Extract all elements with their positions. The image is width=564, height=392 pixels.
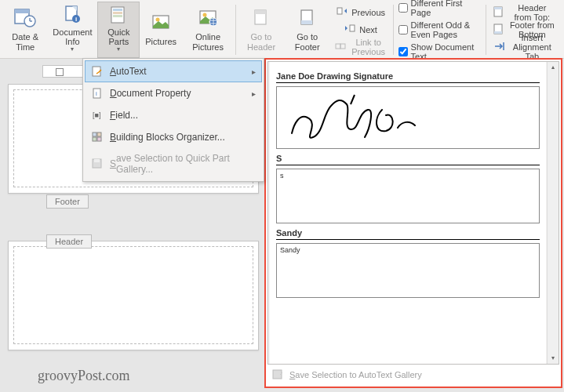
- autotext-entry-s[interactable]: s: [276, 169, 540, 223]
- link-previous-button[interactable]: Link to Previous: [329, 38, 391, 56]
- footer-bottom-icon: [493, 24, 506, 36]
- svg-point-13: [156, 18, 160, 22]
- diff-odd-even-checkbox[interactable]: Different Odd & Even Pages: [395, 19, 484, 41]
- svg-rect-24: [350, 25, 355, 31]
- svg-rect-37: [97, 132, 101, 136]
- autotext-icon: [91, 65, 104, 78]
- svg-rect-36: [93, 132, 96, 136]
- document-info-label: Document Info: [53, 27, 92, 46]
- entry-title: Jane Doe Drawing Signature: [276, 71, 540, 81]
- online-pictures-icon: [195, 5, 220, 31]
- quick-parts-button[interactable]: Quick Parts ▾: [97, 2, 140, 58]
- svg-rect-23: [337, 8, 342, 14]
- pictures-label: Pictures: [145, 37, 176, 46]
- goto-header-label: Go to Header: [243, 32, 279, 51]
- autotext-rest: utoText: [116, 66, 147, 77]
- goto-footer-icon: [295, 5, 320, 31]
- svg-rect-26: [340, 44, 345, 49]
- link-icon: [335, 41, 347, 53]
- goto-header-icon: [249, 5, 274, 31]
- entry-title: S: [276, 154, 540, 163]
- svg-rect-39: [97, 137, 101, 141]
- svg-rect-41: [94, 159, 100, 162]
- svg-rect-10: [113, 12, 122, 14]
- chevron-down-icon: ▾: [117, 46, 120, 53]
- building-blocks-rest: uilding Blocks Organizer...: [116, 132, 225, 143]
- svg-rect-25: [336, 44, 340, 49]
- menu-save-selection: Save Selection to Quick Part Gallery...: [85, 148, 262, 180]
- online-pictures-button[interactable]: Online Pictures: [182, 2, 234, 58]
- header-from-top-button[interactable]: Header from Top:: [488, 4, 561, 21]
- chevron-right-icon: ▸: [252, 67, 256, 76]
- previous-button[interactable]: Previous: [329, 4, 391, 21]
- svg-text:[■]: [■]: [93, 111, 100, 119]
- date-time-button[interactable]: Date & Time: [3, 2, 47, 58]
- svg-rect-22: [301, 20, 312, 24]
- document-info-button[interactable]: i Document Info ▾: [47, 2, 97, 58]
- chevron-right-icon: ▸: [252, 89, 256, 98]
- goto-footer-button[interactable]: Go to Footer: [285, 2, 329, 58]
- doc-property-underline: D: [110, 88, 117, 99]
- ribbon-toolbar: Date & Time i Document Info ▾ Quick Part…: [0, 0, 564, 59]
- next-icon: [344, 24, 356, 36]
- picture-icon: [148, 10, 173, 35]
- field-icon: [■]: [91, 109, 104, 122]
- autotext-entry-signature[interactable]: [276, 86, 540, 149]
- header-from-top-label: Header from Top:: [509, 3, 555, 22]
- building-blocks-icon: [91, 131, 104, 143]
- link-previous-label: Link to Previous: [351, 38, 386, 56]
- next-button[interactable]: Next: [329, 21, 391, 38]
- autotext-flyout: Jane Doe Drawing Signature S s Sandy San…: [264, 58, 562, 388]
- chevron-down-icon: ▾: [71, 46, 74, 53]
- footer-label-tab: Footer: [46, 194, 89, 209]
- insert-align-tab-button[interactable]: Insert Alignment Tab: [488, 38, 561, 56]
- online-pictures-label: Online Pictures: [187, 32, 228, 51]
- insert-align-tab-label: Insert Alignment Tab: [509, 33, 555, 61]
- svg-rect-1: [15, 9, 29, 13]
- menu-document-property[interactable]: i Document Property ▸: [85, 82, 262, 104]
- header-top-icon: [493, 6, 506, 19]
- save-selection-rest: ave Selection to Quick Part Gallery...: [116, 153, 256, 175]
- watermark-text: groovyPost.com: [38, 368, 130, 384]
- svg-rect-28: [494, 7, 502, 9]
- previous-label: Previous: [351, 8, 385, 17]
- menu-autotext[interactable]: AutoText ▸: [85, 60, 262, 82]
- pictures-button[interactable]: Pictures: [140, 2, 182, 58]
- quick-parts-label: Quick Parts: [103, 27, 134, 46]
- svg-text:i: i: [96, 90, 97, 97]
- date-time-label: Date & Time: [9, 32, 42, 51]
- menu-field[interactable]: [■] Field...: [85, 104, 262, 126]
- doc-property-rest: ocument Property: [117, 88, 191, 99]
- svg-rect-11: [113, 15, 122, 17]
- quick-parts-icon: [106, 4, 131, 26]
- document-info-icon: i: [60, 4, 85, 26]
- scroll-down-icon[interactable]: ▾: [548, 353, 559, 364]
- previous-icon: [336, 6, 348, 19]
- signature-drawing-icon: [280, 90, 437, 145]
- page-header-section: Header: [8, 241, 259, 350]
- align-tab-icon: [493, 41, 506, 53]
- scroll-up-icon[interactable]: ▴: [548, 62, 559, 73]
- menu-building-blocks[interactable]: Building Blocks Organizer...: [85, 126, 262, 148]
- svg-rect-20: [255, 10, 266, 14]
- svg-text:i: i: [75, 16, 77, 23]
- scrollbar[interactable]: ▴ ▾: [547, 62, 559, 364]
- calendar-clock-icon: [13, 5, 38, 31]
- goto-header-button[interactable]: Go to Header: [238, 2, 285, 58]
- svg-rect-30: [494, 31, 502, 34]
- header-label-tab: Header: [46, 234, 92, 249]
- svg-rect-38: [93, 137, 96, 141]
- diff-first-page-checkbox[interactable]: Different First Page: [395, 0, 484, 19]
- save-selection-underline: S: [110, 158, 116, 169]
- doc-property-icon: i: [91, 87, 104, 100]
- building-blocks-underline: B: [110, 132, 116, 143]
- svg-point-15: [203, 13, 207, 17]
- autotext-entry-sandy[interactable]: Sandy: [276, 243, 540, 298]
- field-rest: ield...: [115, 110, 138, 121]
- svg-rect-9: [113, 9, 122, 11]
- save-autotext-rest: ave Selection to AutoText Gallery: [295, 370, 421, 379]
- quick-parts-dropdown: AutoText ▸ i Document Property ▸ [■] Fie…: [82, 58, 264, 182]
- flyout-footer: Save Selection to AutoText Gallery: [266, 366, 561, 383]
- autotext-underline: A: [110, 66, 116, 77]
- save-icon: [91, 158, 104, 170]
